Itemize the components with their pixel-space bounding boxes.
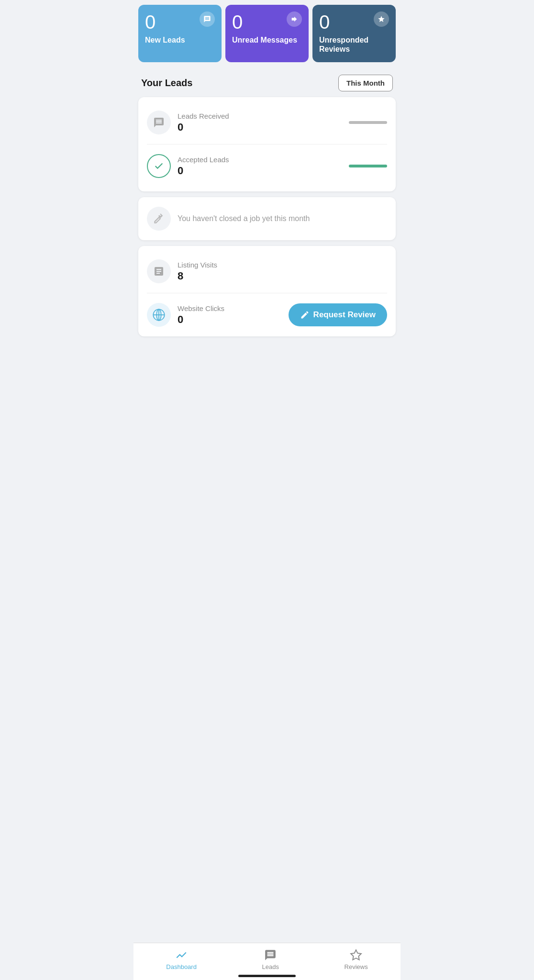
your-leads-header: Your Leads This Month — [134, 67, 400, 97]
leads-received-info: Leads Received 0 — [178, 112, 342, 134]
star-icon — [374, 11, 389, 27]
globe-icon-wrap — [147, 303, 171, 327]
stats-row: 0 New Leads 0 Unread Messages 0 Unrespon… — [134, 0, 400, 67]
unresponded-reviews-label: Unresponded Reviews — [319, 35, 389, 54]
stat-card-new-leads[interactable]: 0 New Leads — [138, 5, 222, 62]
stat-card-unread-messages[interactable]: 0 Unread Messages — [225, 5, 309, 62]
accepted-leads-value: 0 — [178, 165, 342, 177]
stat-card-unresponded-reviews[interactable]: 0 Unresponded Reviews — [312, 5, 396, 62]
listing-visits-info: Listing Visits 8 — [178, 261, 387, 282]
chat-icon — [200, 11, 215, 27]
leads-received-label: Leads Received — [178, 112, 342, 120]
this-month-filter[interactable]: This Month — [338, 75, 393, 91]
job-closed-message: You haven't closed a job yet this month — [178, 214, 310, 223]
accepted-leads-info: Accepted Leads 0 — [178, 156, 342, 177]
leads-received-row: Leads Received 0 — [147, 107, 387, 138]
listing-visits-value: 8 — [178, 270, 387, 282]
request-review-button[interactable]: Request Review — [289, 303, 387, 326]
new-leads-label: New Leads — [145, 35, 215, 45]
website-clicks-value: 0 — [178, 313, 282, 326]
your-leads-title: Your Leads — [141, 78, 192, 89]
visits-card: Listing Visits 8 Website Clicks 0 — [138, 246, 396, 336]
unread-messages-label: Unread Messages — [232, 35, 302, 45]
leads-stats-card: Leads Received 0 Accepted Leads 0 — [138, 97, 396, 191]
leads-received-bar — [349, 121, 387, 124]
listing-visits-row: Listing Visits 8 — [147, 256, 387, 287]
leads-received-value: 0 — [178, 121, 342, 134]
forward-icon — [287, 11, 302, 27]
listing-icon-wrap — [147, 259, 171, 283]
accepted-leads-label: Accepted Leads — [178, 156, 342, 164]
listing-visits-label: Listing Visits — [178, 261, 387, 269]
accepted-leads-bar — [349, 165, 387, 167]
accepted-leads-icon-wrap — [147, 154, 171, 178]
website-clicks-info: Website Clicks 0 — [178, 304, 282, 326]
job-closed-card: You haven't closed a job yet this month — [138, 197, 396, 240]
leads-received-icon-wrap — [147, 111, 171, 134]
website-clicks-section: Website Clicks 0 Request Review — [147, 293, 387, 327]
job-closed-content: You haven't closed a job yet this month — [147, 207, 387, 231]
hammer-icon-wrap — [147, 207, 171, 231]
request-review-label: Request Review — [313, 310, 376, 320]
accepted-leads-row: Accepted Leads 0 — [147, 144, 387, 182]
website-clicks-label: Website Clicks — [178, 304, 282, 312]
website-clicks-row: Website Clicks 0 Request Review — [147, 303, 387, 327]
